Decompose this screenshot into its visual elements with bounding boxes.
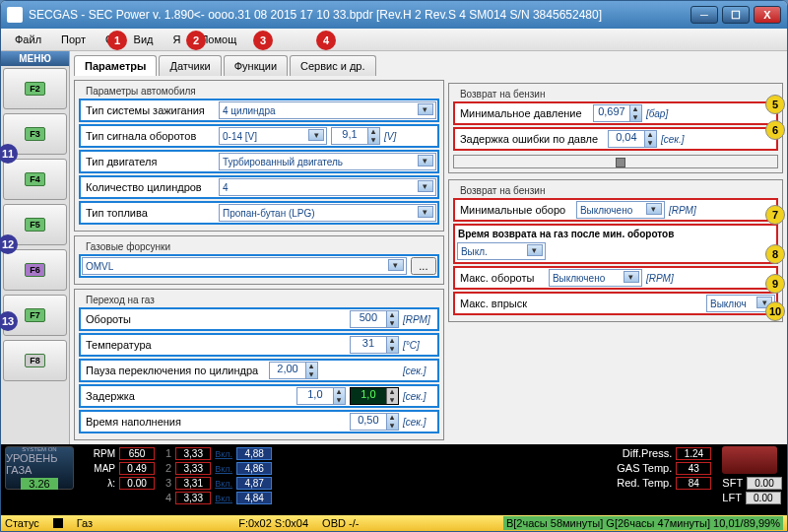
callout-7: 7	[765, 205, 785, 225]
lbl-fuel: Тип топлива	[82, 205, 215, 221]
combo-injector[interactable]: OMVL	[82, 257, 407, 275]
combo-cyl[interactable]: 4	[219, 178, 436, 196]
menu-view[interactable]: Вид	[124, 31, 164, 48]
side-f2[interactable]: F2	[3, 68, 67, 109]
lbl-minp: Минимальное давление	[456, 105, 589, 121]
spin-rpm-sw[interactable]: 500	[350, 310, 399, 328]
lbl-delay: Задержка	[82, 388, 215, 404]
spin-fill[interactable]: 0,50	[350, 413, 399, 431]
foot-col-inj: 1 3,33 Вкл. 4,88 2 3,33 Вкл. 4,86 3 3,31…	[165, 446, 273, 513]
lbl-temp-sw: Температура	[82, 337, 215, 353]
callout-3: 3	[253, 31, 273, 50]
menu-port[interactable]: Порт	[51, 31, 96, 48]
lbl-delay-err: Задержка ошибки по давле	[456, 131, 604, 147]
lbl-rpm-sw: Обороты	[82, 311, 215, 327]
reducer-icon	[722, 446, 777, 474]
tab-functions[interactable]: Функции	[224, 55, 288, 76]
titlebar: SECGAS - SEC Power v. 1.890<- oooo.31 08…	[1, 1, 787, 29]
spin-delay-err[interactable]: 0,04	[608, 130, 657, 148]
combo-minrpm[interactable]: Выключено	[576, 201, 665, 219]
maximize-button[interactable]: ☐	[722, 6, 750, 24]
tabs: Параметры Датчики Функции Сервис и др.	[74, 55, 444, 76]
side-f6[interactable]: F6 12	[3, 249, 67, 291]
spin-rpm-extra[interactable]: 9,1	[331, 127, 380, 145]
callout-2: 2	[186, 31, 206, 50]
spin-pause[interactable]: 2,00	[269, 362, 318, 379]
btn-injector-more[interactable]: ...	[411, 257, 436, 275]
spin-temp-sw[interactable]: 31	[350, 336, 399, 354]
callout-11: 11	[0, 144, 18, 164]
side-f8[interactable]: F8	[3, 340, 67, 381]
group-car-params: Параметры автомобиля Тип системы зажиган…	[74, 80, 444, 232]
sidebar: МЕНЮ F2 F3 F4 11 F5 F6 12 F7 13 F8	[1, 51, 70, 444]
combo-ignition[interactable]: 4 цилиндра	[219, 101, 436, 119]
lbl-ignition: Тип системы зажигания	[82, 102, 215, 118]
group-switch-gas: Переход на газ Обороты500[RPM] Температу…	[74, 289, 444, 440]
spin-delay-dark[interactable]: 1,0	[350, 387, 399, 405]
side-f7[interactable]: F7 13	[3, 295, 67, 336]
foot-col-temps: Diff.Press. 1.24 GAS Temp. 43 Red. Temp.…	[617, 446, 712, 513]
lbl-maxrpm: Макс. обороты	[456, 270, 545, 286]
callout-8: 8	[765, 244, 785, 264]
callout-6: 6	[765, 120, 785, 140]
callout-9: 9	[765, 274, 785, 294]
callout-10: 10	[765, 301, 785, 321]
lbl-minrpm: Минимальные оборо	[456, 202, 572, 218]
minimize-button[interactable]: ─	[690, 6, 718, 24]
lbl-engine: Тип двигателя	[82, 154, 215, 169]
combo-maxrpm[interactable]: Выключено	[549, 269, 642, 287]
pressure-slider[interactable]	[453, 155, 778, 168]
sidebar-header: МЕНЮ	[1, 51, 69, 66]
side-f4[interactable]: F4 11	[3, 159, 67, 200]
callout-4: 4	[316, 31, 336, 50]
spin-minp[interactable]: 0,697	[593, 104, 642, 122]
callout-1: 1	[107, 31, 127, 50]
combo-rpm-signal[interactable]: 0-14 [V]	[219, 127, 327, 145]
foot-col-main: RPM 650 MAP 0.49 λ: 0.00	[84, 446, 156, 513]
lbl-maxinj: Макс. впрыск	[456, 296, 545, 311]
spin-delay[interactable]: 1,0	[296, 387, 346, 405]
callout-12: 12	[0, 234, 18, 254]
combo-engine[interactable]: Турбированный двигатель	[219, 153, 436, 170]
combo-return-time[interactable]: Выкл.	[457, 242, 546, 260]
menu-file[interactable]: Файл	[5, 31, 51, 48]
lbl-fill: Время наполнения	[82, 414, 215, 430]
lbl-rpm-signal: Тип сигнала оборотов	[82, 128, 215, 144]
group-injectors: Газовые форсунки OMVL...	[74, 235, 444, 285]
footer: SYSTEM ON УРОВЕНЬ ГАЗА 3.26 RPM 650 MAP …	[1, 444, 787, 515]
foot-col-trim: SFT 0.00 LFT 0.00	[722, 446, 783, 513]
statusbar: Статус Газ F:0x02 S:0x04 OBD -/- B[2часы…	[1, 515, 787, 531]
menubar: Файл Порт О Вид Я Помощ 1 2 3 4	[1, 29, 787, 50]
group-return1: Возврат на бензин Минимальное давление0,…	[448, 83, 783, 173]
lbl-return-time: Время возврата на газ после мин. оборото…	[457, 228, 774, 240]
tab-params[interactable]: Параметры	[74, 55, 157, 76]
group-return2: Возврат на бензин Минимальные обороВыклю…	[448, 179, 783, 322]
callout-5: 5	[765, 95, 785, 114]
close-button[interactable]: X	[754, 6, 781, 24]
window-title: SECGAS - SEC Power v. 1.890<- oooo.31 08…	[29, 8, 690, 22]
combo-fuel[interactable]: Пропан-бутан (LPG)	[219, 204, 436, 222]
gauge-level: SYSTEM ON УРОВЕНЬ ГАЗА 3.26	[5, 446, 74, 490]
tab-service[interactable]: Сервис и др.	[290, 55, 376, 76]
callout-13: 13	[0, 311, 18, 331]
lbl-pause: Пауза переключения по цилиндра	[82, 363, 265, 378]
lbl-cyl: Количество цилиндров	[82, 179, 215, 195]
app-icon	[7, 7, 23, 23]
tab-sensors[interactable]: Датчики	[159, 55, 221, 76]
